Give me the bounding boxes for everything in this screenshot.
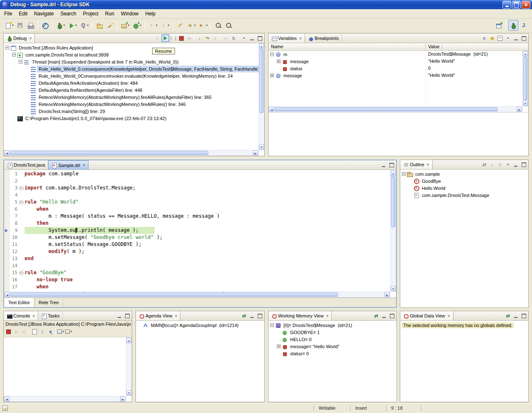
tree-row[interactable]: GOODBYE= 1 [268,329,397,336]
breakpoint-margin[interactable] [4,255,10,262]
window-titlebar[interactable]: Debug - Sample.drl - Eclipse SDK × [0,0,532,9]
tab-variables[interactable]: Variables × [268,34,305,43]
scroll-up-icon[interactable]: ▲ [126,338,131,343]
show-type-names-icon[interactable] [480,34,488,42]
tree-row[interactable]: MAIN[focus]= AgendaGroupImpl (id=1214) [136,322,264,329]
scrollbar-thumb[interactable] [523,57,527,100]
display-selected-console-icon[interactable]: ▾ [57,328,64,335]
skip-breakpoints-button[interactable] [40,20,50,31]
window-restore-button[interactable] [512,1,521,9]
scroll-down-icon[interactable]: ▼ [391,286,396,291]
tree-row[interactable]: C:\Program Files\Java\jre1.5.0_07\bin\ja… [4,115,259,122]
dropdown-arrow-icon[interactable]: ▾ [140,24,142,27]
link-with-editor-icon[interactable] [480,161,488,168]
breakpoint-margin[interactable] [4,276,10,283]
dropdown-arrow-icon[interactable]: ▾ [64,24,65,27]
scroll-up-icon[interactable]: ▲ [523,51,528,57]
code-line[interactable]: 5 rule "Hello World" [4,199,390,206]
maximize-view-icon[interactable] [256,312,264,320]
previous-annotation-button[interactable]: ▾ [147,20,159,31]
close-tab-icon[interactable]: × [448,314,450,318]
zoom-out-button[interactable] [224,20,234,31]
breakpoint-margin[interactable] [4,192,10,199]
scroll-right-icon[interactable]: ▶ [120,396,126,401]
scroll-right-icon[interactable]: ▶ [384,292,390,297]
code-line[interactable]: 4 [4,192,390,199]
minimize-view-icon[interactable] [248,312,256,320]
code-line[interactable]: 2 [4,177,390,184]
maximize-view-icon[interactable] [388,312,396,320]
tree-row[interactable]: message= "Hello World" [268,343,397,350]
terminate-icon[interactable] [177,34,185,42]
variables-row[interactable]: status 0 [268,65,522,72]
use-step-filters-icon[interactable] [230,34,237,42]
scroll-right-icon[interactable]: ▶ [517,107,522,112]
disconnect-icon[interactable] [185,34,193,42]
tab-outline[interactable]: Outline × [400,160,433,169]
code-line[interactable]: 13 end [4,255,390,262]
menu-item[interactable]: Project [79,10,101,18]
breakpoint-margin[interactable] [4,220,10,227]
variables-row[interactable]: message "Hello World" [268,72,522,79]
dropdown-arrow-icon[interactable]: ▾ [70,330,72,333]
breakpoint-margin[interactable] [4,206,10,213]
variables-row[interactable]: m DroolsTest$Message (id=21) [268,51,522,58]
window-minimize-button[interactable] [502,1,511,9]
tab-global-data-view[interactable]: Global Data View × [400,311,453,320]
maximize-view-icon[interactable] [520,161,527,168]
close-tab-icon[interactable]: × [175,314,177,318]
last-edit-location-button[interactable] [175,20,185,31]
dropdown-arrow-icon[interactable]: ▾ [206,24,208,27]
minimize-view-icon[interactable] [380,312,388,320]
tree-row[interactable]: ReteooWorkingMemory(AbstractWorkingMemor… [4,93,259,101]
expander-icon[interactable] [270,52,274,56]
dropdown-arrow-icon[interactable]: ▾ [156,24,158,27]
breakpoint-margin[interactable] [4,262,10,269]
drop-to-frame-icon[interactable] [222,34,229,42]
tree-row[interactable]: Hello World [400,184,528,192]
minimize-view-icon[interactable] [248,34,256,42]
scrollbar-thumb[interactable] [259,49,264,113]
menu-item[interactable]: Help [142,10,159,18]
tree-row[interactable]: Thread [main] (Suspended (breakpoint at … [4,58,259,65]
dropdown-arrow-icon[interactable]: ▾ [75,24,77,27]
search-button[interactable] [105,20,115,31]
scroll-down-icon[interactable]: ▼ [523,101,528,106]
show-debug-selection-icon[interactable] [240,312,248,320]
close-tab-icon[interactable]: × [32,314,35,318]
tab-console[interactable]: Console × [4,311,38,320]
code-editor[interactable]: 1 package com.sample 2 3 import com.samp… [4,170,390,292]
tree-row[interactable]: com.sample.DroolsTest.Message [400,192,528,199]
menu-item[interactable]: Run [102,10,118,18]
step-return-icon[interactable] [212,34,219,42]
zoom-in-button[interactable] [213,20,223,31]
coverage-button[interactable]: ▾ [79,20,90,31]
window-close-button[interactable]: × [522,1,530,9]
code-line[interactable]: 10 m.setMessage( "Goodbye cruel world" )… [4,234,390,241]
breakpoint-margin[interactable] [4,199,10,206]
menu-item[interactable]: Window [118,10,142,18]
remove-all-launches-icon[interactable] [20,328,28,335]
close-tab-icon[interactable]: × [299,36,302,41]
run-button[interactable]: ▾ [66,20,78,31]
scrollbar-thumb[interactable] [10,151,208,155]
code-line[interactable]: 7 m : Message( status == Message.HELLO, … [4,213,390,220]
minimize-view-icon[interactable] [512,34,520,42]
back-button[interactable]: ▾ [185,20,197,31]
tab-rete-tree[interactable]: Rete Tree [34,298,63,307]
editor-horizontal-scrollbar[interactable]: ◀ ▶ [4,292,390,297]
tab-droolstest-java[interactable]: DroolsTest.java [4,160,48,170]
open-perspective-button[interactable] [494,20,504,31]
clear-console-icon[interactable] [31,328,38,335]
tree-row[interactable]: com.sample [400,170,528,177]
scroll-down-icon[interactable]: ▼ [126,390,131,396]
next-annotation-button[interactable]: ▾ [159,20,171,31]
breakpoint-margin[interactable] [4,283,10,290]
expander-icon[interactable] [402,172,406,176]
view-menu-icon[interactable] [504,161,512,168]
expander-icon[interactable] [12,53,16,57]
tab-tasks[interactable]: Tasks [38,311,63,320]
minimize-view-icon[interactable] [512,161,520,168]
scroll-left-icon[interactable]: ◀ [269,107,274,112]
breakpoint-margin[interactable] [4,248,10,255]
